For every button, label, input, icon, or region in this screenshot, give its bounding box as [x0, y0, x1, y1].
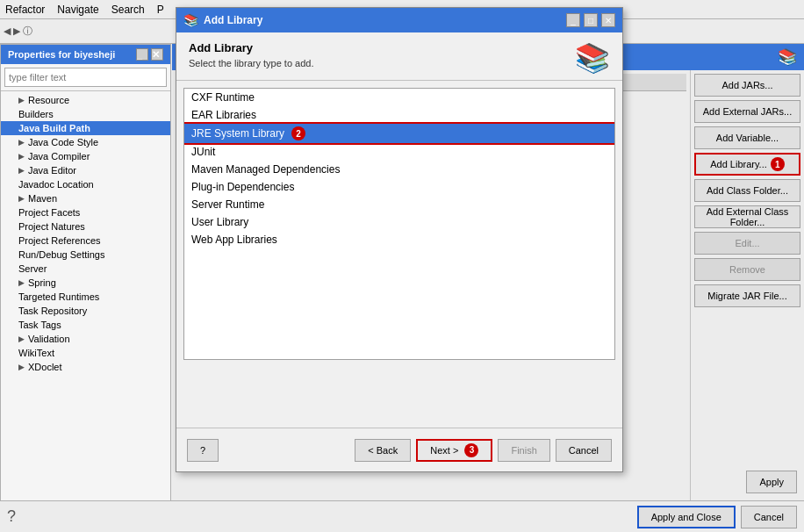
dialog-minimize[interactable]: _	[566, 13, 580, 27]
properties-title-text: Properties for biyesheji	[8, 49, 115, 60]
back-button[interactable]: < Back	[355, 439, 411, 462]
tree-item-javadoc[interactable]: Javadoc Location	[1, 177, 170, 191]
dialog-footer: ? < Back Next > 3 Finish Cancel	[176, 428, 622, 471]
cancel-button-main[interactable]: Cancel	[741, 506, 797, 528]
tree-item-java-code-style[interactable]: ▶Java Code Style	[1, 135, 170, 149]
library-item-plugin[interactable]: Plug-in Dependencies	[184, 178, 614, 196]
dialog-close-btn[interactable]: ✕	[601, 13, 615, 27]
menu-refactor[interactable]: Refactor	[5, 4, 45, 16]
library-item-user[interactable]: User Library	[184, 213, 614, 231]
library-item-ear[interactable]: EAR Libraries	[184, 106, 614, 124]
library-icon: 📚	[575, 41, 610, 75]
tree-item-java-compiler[interactable]: ▶Java Compiler	[1, 149, 170, 163]
remove-button[interactable]: Remove	[694, 258, 800, 281]
tree-item-project-references[interactable]: Project References	[1, 234, 170, 248]
add-library-dialog: 📚 Add Library _ □ ✕ Add Library Select t…	[176, 7, 623, 472]
filter-input[interactable]	[4, 68, 167, 87]
add-variable-button[interactable]: Add Variable...	[694, 126, 800, 149]
dialog-title: 📚 Add Library	[183, 13, 262, 27]
tree-item-spring[interactable]: ▶Spring	[1, 276, 170, 290]
library-list: CXF Runtime EAR Libraries JRE System Lib…	[183, 88, 615, 360]
properties-panel: Properties for biyesheji _ ✕ ▶Resource B…	[0, 44, 171, 518]
add-external-jars-button[interactable]: Add External JARs...	[694, 100, 800, 123]
bottom-bar: ? Apply and Close Cancel	[0, 500, 804, 532]
migrate-jar-button[interactable]: Migrate JAR File...	[694, 284, 800, 307]
add-library-button[interactable]: Add Library... 1	[694, 153, 800, 176]
properties-minimize[interactable]: _	[136, 48, 148, 61]
help-icon[interactable]: ?	[7, 507, 16, 526]
step-badge-2: 2	[291, 126, 305, 140]
library-item-maven[interactable]: Maven Managed Dependencies	[184, 161, 614, 178]
library-item-junit[interactable]: JUnit	[184, 143, 614, 161]
dialog-body: CXF Runtime EAR Libraries JRE System Lib…	[176, 81, 622, 367]
next-button[interactable]: Next > 3	[416, 439, 492, 462]
add-class-folder-button[interactable]: Add Class Folder...	[694, 179, 800, 202]
apply-button[interactable]: Apply	[746, 471, 797, 493]
library-item-webapp[interactable]: Web App Libraries	[184, 231, 614, 248]
dialog-footer-right: < Back Next > 3 Finish Cancel	[355, 439, 612, 462]
tree-item-task-tags[interactable]: Task Tags	[1, 318, 170, 332]
tree-item-task-repository[interactable]: Task Repository	[1, 304, 170, 318]
tree-item-project-facets[interactable]: Project Facets	[1, 205, 170, 219]
tree-item-wikitext[interactable]: WikiText	[1, 346, 170, 360]
dialog-header-subtitle: Select the library type to add.	[189, 58, 313, 68]
tree-item-project-natures[interactable]: Project Natures	[1, 219, 170, 234]
filter-box	[1, 64, 170, 91]
tree-item-resource[interactable]: ▶Resource	[1, 93, 170, 107]
properties-title: Properties for biyesheji _ ✕	[1, 45, 170, 64]
dialog-titlebar: 📚 Add Library _ □ ✕	[176, 8, 622, 32]
dialog-maximize[interactable]: □	[584, 13, 598, 27]
dialog-help-button[interactable]: ?	[187, 439, 219, 462]
tree-item-java-build-path[interactable]: Java Build Path	[1, 121, 170, 135]
tree-item-builders[interactable]: Builders	[1, 107, 170, 121]
edit-button[interactable]: Edit...	[694, 232, 800, 255]
dialog-cancel-button[interactable]: Cancel	[556, 439, 612, 462]
dialog-header: Add Library Select the library type to a…	[176, 32, 622, 81]
menu-p[interactable]: P	[157, 4, 164, 16]
apply-and-close-button[interactable]: Apply and Close	[637, 506, 736, 528]
tree-item-validation[interactable]: ▶Validation	[1, 332, 170, 346]
library-item-jre[interactable]: JRE System Library 2	[184, 124, 614, 143]
library-item-cxf[interactable]: CXF Runtime	[184, 89, 614, 106]
add-jars-button[interactable]: Add JARs...	[694, 74, 800, 97]
menu-navigate[interactable]: Navigate	[57, 4, 98, 16]
finish-button[interactable]: Finish	[498, 439, 549, 462]
step-badge-3: 3	[464, 443, 478, 457]
tree-item-xdoclet[interactable]: ▶XDoclet	[1, 360, 170, 374]
tree-item-run-debug[interactable]: Run/Debug Settings	[1, 248, 170, 262]
properties-close[interactable]: ✕	[151, 48, 163, 61]
step-badge-1: 1	[771, 157, 785, 171]
dialog-controls: _ □ ✕	[566, 13, 615, 27]
library-item-server[interactable]: Server Runtime	[184, 196, 614, 213]
action-buttons: Add JARs... Add External JARs... Add Var…	[690, 70, 804, 521]
tree-item-targeted-runtimes[interactable]: Targeted Runtimes	[1, 290, 170, 304]
menu-search[interactable]: Search	[111, 4, 145, 16]
add-external-class-folder-button[interactable]: Add External Class Folder...	[694, 205, 800, 228]
tree-list: ▶Resource Builders Java Build Path ▶Java…	[1, 91, 170, 376]
tree-item-maven[interactable]: ▶Maven	[1, 191, 170, 205]
tree-item-java-editor[interactable]: ▶Java Editor	[1, 163, 170, 177]
dialog-header-title: Add Library	[189, 41, 313, 54]
tree-item-server[interactable]: Server	[1, 262, 170, 276]
